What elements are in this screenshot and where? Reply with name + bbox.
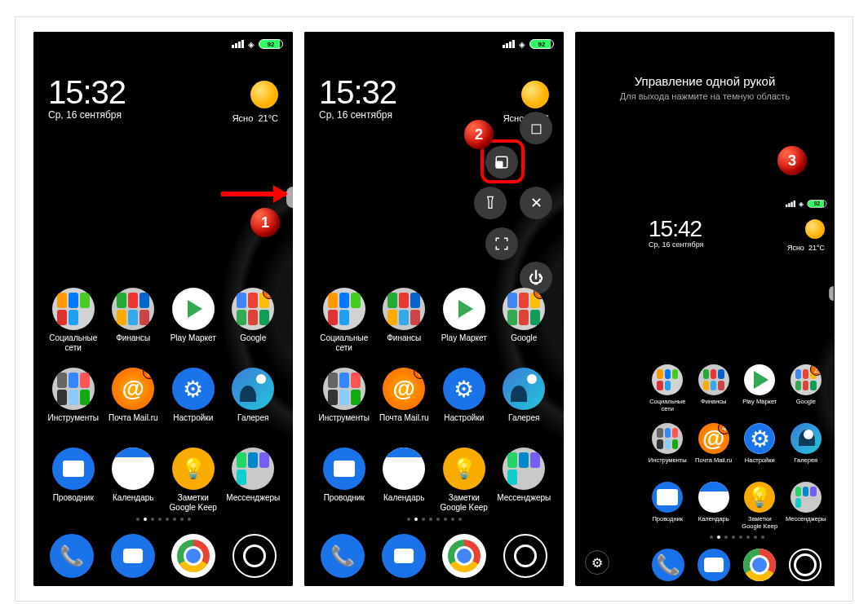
app-play-store[interactable]: Play Маркет xyxy=(436,288,493,353)
app-settings[interactable]: Настройки xyxy=(737,423,782,472)
app-file-manager[interactable]: Проводник xyxy=(45,447,102,513)
folder-messengers[interactable]: Мессенджеры xyxy=(784,482,829,531)
battery-indicator: 92 xyxy=(529,39,554,49)
tutorial-arrow xyxy=(221,192,286,196)
phone-screen-1: ◈ 92 15:32 Ср, 16 сентября Ясно 21°C 1 С… xyxy=(33,32,293,586)
app-mailru[interactable]: 3Почта Mail.ru xyxy=(376,368,433,433)
folder-google[interactable]: 2Google xyxy=(784,364,829,413)
app-calendar[interactable]: 16Календарь xyxy=(376,447,433,513)
app-file-manager[interactable]: Проводник xyxy=(316,447,373,513)
app-keep[interactable]: Заметки Google Keep xyxy=(436,447,493,513)
shortcut-one-hand[interactable] xyxy=(485,146,518,179)
folder-messengers[interactable]: Мессенджеры xyxy=(225,447,282,513)
app-calendar[interactable]: 16Календарь xyxy=(105,447,162,513)
app-play-store[interactable]: Play Маркет xyxy=(165,288,222,353)
clock-date: Ср, 16 сентября xyxy=(319,109,396,121)
app-grid: Социальные сети Финансы Play Маркет 1Goo… xyxy=(304,288,564,513)
dock-phone[interactable] xyxy=(50,534,94,578)
shortcut-screenshot[interactable]: ◻ xyxy=(520,112,552,144)
folder-tools[interactable]: Инструменты xyxy=(316,368,373,433)
one-hand-title: Управление одной рукой xyxy=(575,74,835,88)
dock-messages[interactable] xyxy=(698,549,730,581)
one-hand-subtitle: Для выхода нажмите на темную область xyxy=(575,91,835,101)
signal-icon xyxy=(503,40,515,48)
quick-ball-handle[interactable] xyxy=(829,286,834,301)
folder-social[interactable]: Социальные сети xyxy=(645,364,690,413)
page-indicator xyxy=(639,536,835,539)
wifi-icon: ◈ xyxy=(519,40,525,49)
wifi-icon: ◈ xyxy=(799,201,804,208)
dock-camera[interactable] xyxy=(232,534,277,578)
wifi-icon: ◈ xyxy=(248,40,255,49)
folder-tools[interactable]: Инструменты xyxy=(45,368,102,433)
shortcut-scan[interactable] xyxy=(485,227,518,260)
one-hand-header: Управление одной рукой Для выхода нажмит… xyxy=(575,74,835,101)
clock-widget[interactable]: 15:32 Ср, 16 сентября xyxy=(48,74,126,121)
app-play-store[interactable]: Play Маркет xyxy=(737,364,782,413)
dock-camera[interactable] xyxy=(503,534,547,578)
signal-icon xyxy=(232,40,244,48)
app-grid: Социальные сети Финансы Play Маркет 2Goo… xyxy=(639,364,835,531)
page-indicator xyxy=(33,518,293,521)
app-keep[interactable]: Заметки Google Keep xyxy=(165,447,222,513)
status-bar: ◈ 92 xyxy=(678,198,835,209)
clock-date: Ср, 16 сентября xyxy=(48,109,126,121)
dock-phone[interactable] xyxy=(321,534,365,578)
folder-google[interactable]: 1Google xyxy=(225,288,282,353)
clock-time: 15:32 xyxy=(319,74,396,111)
sun-icon xyxy=(805,219,825,239)
folder-finance[interactable]: Финансы xyxy=(105,288,162,353)
dock-camera[interactable] xyxy=(789,549,822,581)
app-settings[interactable]: Настройки xyxy=(165,368,222,433)
folder-finance[interactable]: Финансы xyxy=(376,288,433,353)
folder-finance[interactable]: Финансы xyxy=(692,364,737,413)
step-badge-2: 2 xyxy=(464,120,494,149)
app-keep[interactable]: Заметки Google Keep xyxy=(737,482,782,531)
app-gallery[interactable]: Галерея xyxy=(784,423,829,472)
one-hand-viewport[interactable]: ◈ 92 15:42 Ср, 16 сентября Ясно 21°C Соц… xyxy=(639,193,835,586)
app-calendar[interactable]: 16Календарь xyxy=(692,482,737,531)
clock-date: Ср, 16 сентября xyxy=(649,240,703,249)
dock xyxy=(33,534,293,578)
dock xyxy=(304,534,564,578)
app-settings[interactable]: Настройки xyxy=(436,368,493,433)
phone-screen-3: Управление одной рукой Для выхода нажмит… xyxy=(575,32,835,586)
app-grid: Социальные сети Финансы Play Маркет 1Goo… xyxy=(33,288,293,513)
one-hand-settings-button[interactable]: ⚙ xyxy=(585,550,609,575)
dock-chrome[interactable] xyxy=(442,534,486,578)
svg-rect-1 xyxy=(496,161,503,168)
step-badge-1: 1 xyxy=(250,208,280,237)
dock-messages[interactable] xyxy=(382,534,426,578)
folder-google[interactable]: 1Google xyxy=(496,288,553,353)
clock-widget[interactable]: 15:32 Ср, 16 сентября xyxy=(319,74,396,121)
signal-icon xyxy=(786,201,795,207)
shortcut-flashlight[interactable] xyxy=(474,187,507,219)
dock-messages[interactable] xyxy=(111,534,155,578)
dock-chrome[interactable] xyxy=(743,549,776,581)
folder-tools[interactable]: Инструменты xyxy=(645,423,690,472)
sun-icon xyxy=(250,81,278,108)
status-bar: ◈ 92 xyxy=(304,37,564,51)
folder-messengers[interactable]: Мессенджеры xyxy=(496,447,553,513)
shortcut-close[interactable]: ✕ xyxy=(520,187,552,219)
dock-phone[interactable] xyxy=(652,549,684,581)
app-mailru[interactable]: 3Почта Mail.ru xyxy=(105,368,162,433)
status-bar: ◈ 92 xyxy=(33,37,293,51)
folder-social[interactable]: Социальные сети xyxy=(45,288,102,353)
app-gallery[interactable]: Галерея xyxy=(496,368,553,433)
weather-widget[interactable]: Ясно 21°C xyxy=(787,219,825,252)
weather-widget[interactable]: Ясно 21°C xyxy=(232,81,278,123)
app-mailru[interactable]: 4Почта Mail.ru xyxy=(692,423,737,472)
battery-indicator: 92 xyxy=(259,39,283,49)
app-gallery[interactable]: Галерея xyxy=(225,368,282,433)
app-file-manager[interactable]: Проводник xyxy=(645,482,690,531)
sun-icon xyxy=(521,81,549,108)
clock-widget[interactable]: 15:42 Ср, 16 сентября xyxy=(649,216,703,249)
phone-screen-2: ◈ 92 15:32 Ср, 16 сентября Ясно 21°C ◻ ✕… xyxy=(304,32,564,586)
dock-chrome[interactable] xyxy=(171,534,215,578)
folder-social[interactable]: Социальные сети xyxy=(316,288,373,353)
clock-time: 15:42 xyxy=(649,216,703,242)
step-badge-3: 3 xyxy=(777,146,807,175)
dock xyxy=(639,549,835,581)
page-indicator xyxy=(304,518,564,521)
